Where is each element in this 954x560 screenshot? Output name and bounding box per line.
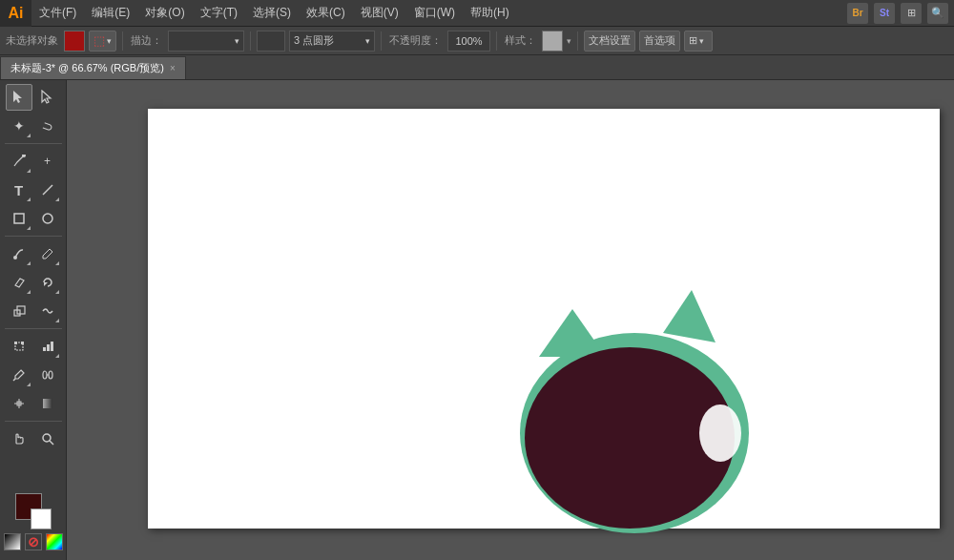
tool-divider-2 [5, 236, 62, 237]
style-dropdown-arrow[interactable]: ▾ [567, 36, 571, 46]
direct-selection-tool[interactable] [34, 84, 61, 111]
svg-marker-27 [539, 309, 606, 357]
svg-rect-12 [21, 342, 24, 344]
type-tool[interactable]: T [6, 176, 32, 203]
canvas-area[interactable] [67, 80, 954, 560]
svg-rect-11 [14, 342, 17, 344]
menu-object[interactable]: 对象(O) [137, 0, 192, 27]
gradient-tool[interactable] [34, 390, 61, 417]
tab-close-btn[interactable]: × [170, 63, 176, 73]
svg-point-6 [13, 256, 17, 259]
opacity-input[interactable] [447, 31, 490, 52]
artboard [148, 109, 940, 529]
stroke-label: 描边： [129, 33, 164, 48]
svg-line-25 [50, 441, 53, 445]
blend-tool[interactable] [34, 362, 61, 388]
background-swatch[interactable] [31, 508, 52, 529]
left-toolbar: ✦ ⊃ + T [0, 80, 67, 560]
prefs-btn[interactable]: 首选项 [639, 31, 680, 52]
menu-view[interactable]: 视图(V) [353, 0, 406, 27]
color-mode-btn[interactable] [4, 533, 21, 550]
stroke-input[interactable] [257, 31, 285, 52]
tool-row-12 [6, 425, 61, 452]
svg-point-24 [43, 434, 51, 442]
menu-right-icons: Br St ⊞ 🔍 [847, 3, 954, 24]
warp-tool[interactable] [34, 298, 61, 324]
svg-point-18 [49, 371, 52, 379]
style-swatch[interactable] [542, 31, 563, 52]
tab-title: 未标题-3* @ 66.67% (RGB/预览) [10, 61, 164, 75]
graph-tool[interactable] [34, 333, 61, 360]
brush-tool[interactable] [6, 240, 32, 267]
doc-setup-btn[interactable]: 文档设置 [584, 31, 635, 52]
svg-point-5 [43, 214, 52, 223]
free-transform-tool[interactable] [6, 333, 32, 360]
toolbar-sep-3 [381, 31, 382, 51]
tool-row-9 [6, 333, 61, 360]
app-logo: Ai [0, 0, 31, 27]
toolbar-sep-4 [496, 31, 497, 51]
tool-divider-1 [5, 143, 62, 144]
stock-icon[interactable]: St [874, 3, 895, 24]
svg-point-17 [43, 371, 47, 379]
pencil-tool[interactable] [34, 240, 61, 267]
arrange-btn[interactable]: ⊞▾ [684, 31, 713, 52]
main-layout: ✦ ⊃ + T [0, 80, 954, 560]
mesh-tool[interactable] [6, 390, 32, 417]
toolbar-sep-1 [122, 31, 123, 51]
ellipse-tool[interactable] [34, 205, 61, 232]
zoom-tool[interactable] [34, 425, 61, 452]
svg-line-16 [13, 379, 15, 381]
opacity-label: 不透明度： [387, 33, 444, 48]
add-anchor-tool[interactable]: + [34, 148, 61, 175]
stroke-width-dropdown[interactable]: ▾ [168, 31, 244, 52]
svg-rect-14 [47, 344, 50, 351]
tool-row-2: ✦ ⊃ [6, 113, 61, 139]
fill-swatch[interactable] [64, 31, 85, 52]
color-swatches-section: ⊘ [0, 489, 67, 556]
svg-rect-23 [43, 399, 52, 408]
tool-row-1 [6, 84, 61, 111]
tool-row-6 [6, 240, 61, 267]
hand-tool[interactable] [6, 425, 32, 452]
fg-bg-swatches [15, 493, 52, 529]
eraser-tool[interactable] [6, 269, 32, 296]
search-icon[interactable]: 🔍 [927, 3, 948, 24]
menu-edit[interactable]: 编辑(E) [84, 0, 137, 27]
eyedropper-tool[interactable] [6, 362, 32, 388]
style-label: 样式： [503, 33, 538, 48]
stroke-icon-btn[interactable]: ⬚ ▾ [89, 31, 116, 52]
none-mode-btn[interactable]: ⊘ [25, 533, 42, 550]
rotate-tool[interactable] [34, 269, 61, 296]
point-shape-dropdown[interactable]: 3 点圆形 ▾ [289, 31, 375, 52]
svg-marker-0 [13, 91, 22, 103]
tool-row-10 [6, 362, 61, 388]
rect-tool[interactable] [6, 205, 32, 232]
tool-divider-4 [5, 421, 62, 422]
tool-divider-3 [5, 328, 62, 329]
options-bar: 未选择对象 ⬚ ▾ 描边： ▾ 3 点圆形 ▾ 不透明度： 样式： ▾ 文档设置… [0, 27, 954, 55]
menu-help[interactable]: 帮助(H) [463, 0, 517, 27]
menu-effect[interactable]: 效果(C) [299, 0, 353, 27]
magic-wand-tool[interactable]: ✦ [6, 113, 32, 139]
menu-type[interactable]: 文字(T) [193, 0, 245, 27]
svg-marker-7 [44, 282, 48, 286]
menu-file[interactable]: 文件(F) [31, 0, 84, 27]
line-tool[interactable] [34, 176, 61, 203]
lasso-tool[interactable]: ⊃ [34, 113, 61, 139]
selection-tool[interactable] [6, 84, 32, 111]
pen-tool[interactable] [6, 148, 32, 175]
no-selection-label: 未选择对象 [4, 33, 60, 48]
workspace-icon[interactable]: ⊞ [901, 3, 922, 24]
toolbar-sep-2 [250, 31, 251, 51]
tool-row-4: T [6, 176, 61, 203]
svg-point-30 [699, 404, 741, 462]
document-tab[interactable]: 未标题-3* @ 66.67% (RGB/预览) × [0, 56, 186, 79]
scale-tool[interactable] [6, 298, 32, 324]
bridge-icon[interactable]: Br [847, 3, 868, 24]
swatch-mode-row: ⊘ [2, 531, 65, 552]
menu-window[interactable]: 窗口(W) [406, 0, 463, 27]
svg-rect-4 [14, 214, 24, 223]
gradient-mode-btn[interactable] [46, 533, 63, 550]
menu-select[interactable]: 选择(S) [245, 0, 299, 27]
